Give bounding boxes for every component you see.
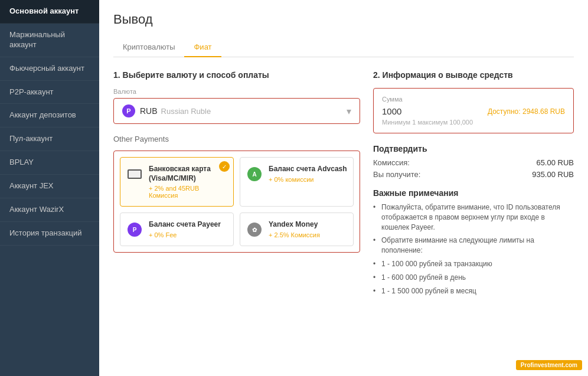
right-column: 2. Информация о выводе средств Сумма Дос…: [373, 70, 574, 299]
payment-name-payeer: Баланс счета Payeer: [149, 220, 227, 230]
amount-box: Сумма Доступно: 2948.68 RUB Минимум 1 ма…: [373, 88, 574, 133]
payment-card-bank[interactable]: Банковская карта (Visa/MC/MIR) + 2% and …: [120, 157, 234, 207]
page-title: Вывод: [113, 12, 574, 27]
main-content: Вывод Криптовалюты Фиат 1. Выберите валю…: [99, 0, 588, 376]
sidebar-item-p2p-account[interactable]: P2P-аккаунт: [0, 81, 99, 104]
currency-selector[interactable]: P RUB Russian Ruble ▾: [113, 98, 360, 124]
selected-check-icon: ✓: [219, 161, 230, 172]
payment-fee-yandex: + 2.5% Комиссия: [269, 231, 347, 238]
notes-title: Важные примечания: [373, 188, 574, 198]
amount-input[interactable]: [382, 106, 441, 116]
payment-card-payeer[interactable]: P Баланс счета Payeer + 0% Fee: [120, 212, 234, 246]
payments-label: Other Payments: [113, 135, 360, 143]
amount-available: Доступно: 2948.68 RUB: [488, 107, 565, 116]
note-item-4: 1 - 1 500 000 рублей в месяц: [373, 286, 574, 296]
fee-label: Комиссия:: [373, 158, 410, 167]
card-icon: [126, 166, 143, 182]
sidebar-item-bplay[interactable]: BPLAY: [0, 151, 99, 175]
tabs: Криптовалюты Фиат: [113, 38, 574, 57]
right-section-title: 2. Информация о выводе средств: [373, 70, 574, 80]
tab-fiat[interactable]: Фиат: [184, 38, 221, 57]
currency-label: Валюта: [113, 88, 360, 95]
fee-value: 65.00 RUB: [536, 158, 574, 167]
payment-card-advcash[interactable]: A Баланс счета Advcash + 0% комиссии: [240, 157, 354, 207]
left-column: 1. Выберите валюту и способ оплаты Валют…: [113, 70, 360, 299]
advcash-icon: A: [246, 166, 263, 182]
sidebar-item-deposit-account[interactable]: Аккаунт депозитов: [0, 104, 99, 127]
left-section-title: 1. Выберите валюту и способ оплаты: [113, 70, 360, 80]
confirm-title: Подтвердить: [373, 144, 574, 153]
amount-hint: Минимум 1 максимум 100,000: [382, 119, 565, 126]
payment-card-yandex[interactable]: ✿ Yandex Money + 2.5% Комиссия: [240, 212, 354, 246]
yandex-icon: ✿: [246, 221, 263, 238]
chevron-down-icon: ▾: [347, 106, 351, 117]
note-item-3: 1 - 600 000 рублей в день: [373, 273, 574, 283]
payment-fee-advcash: + 0% комиссии: [269, 176, 347, 183]
note-item-1: Обратите внимание на следующие лимиты на…: [373, 236, 574, 256]
confirm-section: Подтвердить Комиссия: 65.00 RUB Вы получ…: [373, 144, 574, 179]
payeer-icon: P: [126, 221, 143, 238]
sidebar-item-wazirx-account[interactable]: Аккаунт WazirX: [0, 198, 99, 222]
sidebar-item-transactions[interactable]: История транзакций: [0, 222, 99, 246]
note-item-2: 1 - 100 000 рублей за транзакцию: [373, 259, 574, 269]
receive-row: Вы получите: 935.00 RUB: [373, 170, 574, 179]
sidebar-item-futures-account[interactable]: Фьючерсный аккаунт: [0, 57, 99, 81]
sidebar-item-jex-account[interactable]: Аккаунт JEX: [0, 175, 99, 198]
payment-fee-bank: + 2% and 45RUB Комиссия: [149, 185, 227, 199]
receive-label: Вы получите:: [373, 170, 420, 179]
payment-name-yandex: Yandex Money: [269, 220, 347, 230]
tab-crypto[interactable]: Криптовалюты: [113, 38, 184, 57]
available-amount: 2948.68 RUB: [522, 107, 565, 116]
fee-row: Комиссия: 65.00 RUB: [373, 158, 574, 167]
notes-section: Важные примечания Пожалуйста, обратите в…: [373, 188, 574, 296]
payment-grid: Банковская карта (Visa/MC/MIR) + 2% and …: [113, 151, 360, 253]
sidebar-item-main-account[interactable]: Основной аккаунт: [0, 0, 99, 24]
sidebar: Основной аккаунт Маржинальный аккаунт Фь…: [0, 0, 99, 376]
payment-fee-payeer: + 0% Fee: [149, 231, 227, 238]
currency-code: RUB: [140, 106, 158, 116]
two-column-layout: 1. Выберите валюту и способ оплаты Валют…: [113, 70, 574, 299]
sidebar-item-margin-account[interactable]: Маржинальный аккаунт: [0, 24, 99, 57]
currency-name: Russian Ruble: [161, 107, 211, 116]
watermark: Profinvestment.com: [516, 360, 582, 370]
note-item-0: Пожалуйста, обратите внимание, что ID по…: [373, 202, 574, 232]
currency-icon: P: [122, 104, 135, 117]
payment-name-advcash: Баланс счета Advcash: [269, 165, 347, 174]
amount-label: Сумма: [382, 96, 565, 103]
sidebar-item-pool-account[interactable]: Пул-аккаунт: [0, 127, 99, 151]
payment-name-bank: Банковская карта (Visa/MC/MIR): [149, 165, 227, 183]
receive-value: 935.00 RUB: [532, 170, 574, 179]
